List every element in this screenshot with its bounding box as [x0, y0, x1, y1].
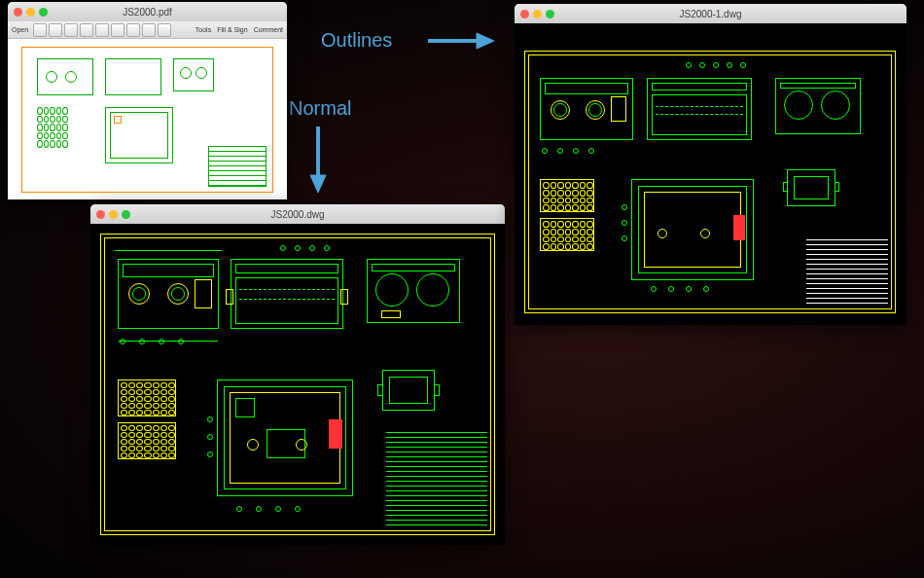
- callout-balloon: [120, 339, 125, 344]
- dwg-title: JS2000.dwg: [270, 209, 324, 220]
- end-view: [775, 78, 861, 134]
- svg-marker-1: [477, 33, 494, 49]
- callout-balloon: [651, 286, 657, 292]
- callout-balloon: [668, 286, 674, 292]
- callout-balloon: [280, 245, 286, 251]
- callout-balloon: [699, 62, 705, 68]
- traffic-lights: [520, 10, 554, 18]
- toolbar-button[interactable]: [158, 23, 171, 37]
- pdf-window[interactable]: JS2000.pdf Open Tools Fill & Sign Commen…: [8, 2, 287, 199]
- traffic-lights: [14, 8, 48, 17]
- callout-balloon: [727, 62, 732, 68]
- section-view: [647, 78, 752, 140]
- dwg-titlebar[interactable]: JS2000.dwg: [90, 204, 505, 224]
- normal-label: Normal: [289, 97, 351, 120]
- callout-balloon: [557, 148, 563, 154]
- callout-balloon: [573, 148, 579, 154]
- detail-view: [787, 169, 835, 206]
- callout-balloon: [324, 245, 330, 251]
- callout-balloon: [622, 220, 627, 226]
- toolbar-button[interactable]: [64, 23, 78, 37]
- minimize-icon[interactable]: [109, 210, 118, 219]
- callout-balloon: [236, 506, 242, 512]
- dwg-canvas[interactable]: [515, 23, 906, 325]
- detail-view: [382, 370, 435, 411]
- cad-view: [105, 58, 161, 95]
- zoom-icon[interactable]: [39, 8, 48, 17]
- fill-sign-button[interactable]: Fill & Sign: [217, 26, 248, 33]
- dwg-canvas[interactable]: [90, 224, 505, 545]
- callout-balloon: [588, 148, 594, 154]
- callout-balloon: [713, 62, 719, 68]
- close-icon[interactable]: [520, 10, 529, 18]
- pdf-titlebar[interactable]: JS2000.pdf: [8, 2, 287, 21]
- arrow-normal-icon: [306, 126, 330, 195]
- title-block: [208, 146, 267, 187]
- callout-balloon: [740, 62, 746, 68]
- pdf-title: JS2000.pdf: [123, 7, 172, 18]
- callout-balloon: [295, 245, 301, 251]
- zoom-icon[interactable]: [546, 10, 554, 18]
- pdf-toolbar: Open Tools Fill & Sign Comment: [8, 21, 287, 39]
- toolbar-button[interactable]: [111, 23, 124, 37]
- callout-balloon: [686, 286, 692, 292]
- close-icon[interactable]: [14, 8, 22, 17]
- callout-balloon: [178, 339, 184, 344]
- elevation-view: [118, 259, 219, 329]
- hole-pattern-block: [540, 179, 594, 212]
- plan-view: [631, 179, 754, 280]
- pdf-canvas[interactable]: [8, 39, 287, 199]
- arrow-outlines-icon: [428, 29, 496, 53]
- hole-pattern: [37, 107, 68, 148]
- cad-view: [173, 58, 214, 91]
- hole-pattern-block: [118, 422, 176, 459]
- elevation-view: [540, 78, 633, 140]
- callout-balloon: [207, 452, 213, 457]
- toolbar-button[interactable]: [126, 23, 140, 37]
- minimize-icon[interactable]: [26, 8, 35, 17]
- callout-balloon: [622, 204, 627, 210]
- toolbar-button[interactable]: [95, 23, 109, 37]
- callout-balloon: [622, 235, 627, 241]
- zoom-icon[interactable]: [122, 210, 130, 219]
- callout-balloon: [309, 245, 315, 251]
- toolbar-button[interactable]: [142, 23, 156, 37]
- close-icon[interactable]: [96, 210, 105, 219]
- toolbar-button[interactable]: [33, 23, 47, 37]
- callout-balloon: [275, 506, 281, 512]
- callout-balloon: [159, 339, 164, 344]
- traffic-lights: [96, 210, 130, 219]
- toolbar-button[interactable]: [80, 23, 93, 37]
- parts-list: [806, 235, 888, 304]
- minimize-icon[interactable]: [533, 10, 542, 18]
- cad-view: [37, 58, 93, 95]
- callout-balloon: [139, 339, 145, 344]
- dwg-title: JS2000-1.dwg: [680, 9, 742, 19]
- toolbar-button[interactable]: [49, 23, 62, 37]
- hole-pattern-block: [118, 379, 176, 416]
- comment-button[interactable]: Comment: [254, 26, 283, 33]
- dwg-titlebar[interactable]: JS2000-1.dwg: [515, 4, 906, 23]
- hole-pattern-block: [540, 218, 594, 251]
- dwg-outlines-window[interactable]: JS2000-1.dwg: [515, 4, 906, 325]
- callout-balloon: [207, 416, 213, 422]
- outlines-label: Outlines: [321, 29, 392, 52]
- cad-plan-view: [105, 107, 173, 163]
- callout-balloon: [686, 62, 692, 68]
- callout-balloon: [207, 434, 213, 440]
- callout-balloon: [703, 286, 709, 292]
- end-view: [367, 259, 460, 323]
- dwg-normal-window[interactable]: JS2000.dwg: [90, 204, 505, 545]
- callout-balloon: [256, 506, 262, 512]
- callout-balloon: [542, 148, 548, 154]
- section-view: [231, 259, 343, 329]
- plan-view: [217, 379, 353, 496]
- svg-marker-3: [310, 175, 326, 193]
- callout-balloon: [295, 506, 301, 512]
- tools-button[interactable]: Tools: [195, 26, 211, 33]
- parts-list: [386, 428, 487, 525]
- open-button[interactable]: Open: [12, 26, 28, 33]
